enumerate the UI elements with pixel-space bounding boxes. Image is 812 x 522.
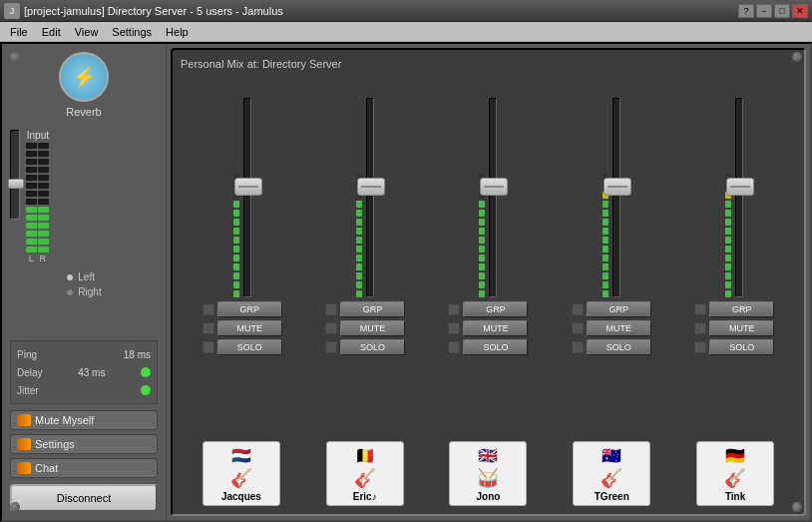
mute-button-1[interactable]: MUTE bbox=[217, 320, 282, 336]
channel-controls-1: GRP MUTE SOLO bbox=[203, 301, 282, 355]
grp-row-1: GRP bbox=[203, 301, 282, 317]
grp-row-5: GRP bbox=[694, 301, 774, 317]
fader-track-1[interactable] bbox=[243, 98, 251, 297]
fader-handle-4[interactable] bbox=[604, 178, 631, 196]
disconnect-label: Disconnect bbox=[57, 492, 111, 504]
right-radio-row: Right bbox=[66, 286, 101, 297]
mute-button-4[interactable]: MUTE bbox=[587, 320, 651, 336]
menu-edit[interactable]: Edit bbox=[36, 24, 67, 40]
settings-button[interactable]: Settings bbox=[10, 434, 158, 454]
mute-myself-button[interactable]: Mute Myself bbox=[10, 410, 158, 430]
mute-indicator-1 bbox=[203, 322, 214, 334]
fader-handle-3[interactable] bbox=[480, 178, 508, 196]
jitter-row: Jitter bbox=[17, 381, 151, 399]
reverb-slider-thumb[interactable] bbox=[8, 179, 24, 189]
maximize-button[interactable]: □ bbox=[774, 4, 790, 18]
mute-button-5[interactable]: MUTE bbox=[709, 320, 774, 336]
solo-row-2: SOLO bbox=[325, 339, 405, 355]
chat-button[interactable]: Chat bbox=[10, 458, 158, 478]
screw-top-left bbox=[10, 52, 20, 62]
menu-file[interactable]: File bbox=[4, 24, 34, 40]
menu-settings[interactable]: Settings bbox=[106, 24, 158, 40]
ch-meter-l-2 bbox=[356, 98, 362, 297]
user-icon-1: 🎸 bbox=[230, 465, 252, 491]
solo-button-5[interactable]: SOLO bbox=[709, 339, 774, 355]
user-card-5[interactable]: 🇩🇪 🎸 Tink bbox=[696, 441, 774, 506]
input-meter-section: Input bbox=[26, 130, 49, 263]
channel-controls-5: GRP MUTE SOLO bbox=[694, 301, 774, 355]
menu-help[interactable]: Help bbox=[160, 24, 195, 40]
title-bar: J [project-jamulus] Directory Server - 5… bbox=[0, 0, 812, 22]
close-button[interactable]: ✕ bbox=[792, 4, 808, 18]
solo-indicator-1 bbox=[203, 341, 214, 353]
solo-button-1[interactable]: SOLO bbox=[217, 339, 282, 355]
solo-row-3: SOLO bbox=[448, 339, 528, 355]
settings-icon bbox=[17, 438, 31, 450]
user-card-4[interactable]: 🇦🇺 🎸 TGreen bbox=[573, 441, 650, 506]
solo-indicator-4 bbox=[572, 341, 584, 353]
solo-button-2[interactable]: SOLO bbox=[340, 339, 405, 355]
user-cards: 🇳🇱 🎸 Jacques 🇧🇪 🎸 Eric♪ 🇬🇧 🥁 Jono 🇦🇺 🎸 T… bbox=[181, 441, 796, 506]
mute-button-3[interactable]: MUTE bbox=[463, 320, 528, 336]
reverb-slider-track[interactable] bbox=[10, 130, 20, 220]
grp-button-5[interactable]: GRP bbox=[709, 301, 774, 317]
channel-strip-5: GRP MUTE SOLO bbox=[694, 78, 774, 435]
delay-label: Delay bbox=[17, 367, 43, 378]
fader-handle-1[interactable] bbox=[234, 178, 262, 196]
user-card-2[interactable]: 🇧🇪 🎸 Eric♪ bbox=[326, 441, 404, 506]
left-radio-dot[interactable] bbox=[66, 273, 74, 281]
user-flag-4: 🇦🇺 bbox=[602, 445, 621, 465]
mute-row-4: MUTE bbox=[572, 320, 651, 336]
channel-controls-4: GRP MUTE SOLO bbox=[572, 301, 651, 355]
mute-row-2: MUTE bbox=[325, 320, 405, 336]
mute-button-2[interactable]: MUTE bbox=[340, 320, 405, 336]
solo-row-1: SOLO bbox=[203, 339, 282, 355]
grp-button-1[interactable]: GRP bbox=[217, 301, 282, 317]
grp-button-3[interactable]: GRP bbox=[463, 301, 528, 317]
left-meter-label: L bbox=[29, 254, 34, 263]
solo-button-3[interactable]: SOLO bbox=[463, 339, 528, 355]
left-radio-label: Left bbox=[78, 271, 95, 282]
ch-meter-l-5 bbox=[725, 98, 731, 297]
user-flag-5: 🇩🇪 bbox=[725, 445, 745, 465]
right-radio-dot[interactable] bbox=[66, 288, 74, 296]
ch-meter-l-1 bbox=[233, 98, 239, 297]
solo-indicator-3 bbox=[448, 341, 460, 353]
fader-track-3[interactable] bbox=[489, 98, 497, 297]
fader-handle-2[interactable] bbox=[357, 178, 385, 196]
fader-track-4[interactable] bbox=[612, 98, 620, 297]
delay-indicator bbox=[141, 367, 151, 377]
fader-section-5 bbox=[694, 78, 774, 297]
ping-value: 18 ms bbox=[124, 349, 151, 360]
main-window: ⚡ Reverb Input bbox=[0, 42, 812, 522]
user-card-1[interactable]: 🇳🇱 🎸 Jacques bbox=[203, 441, 280, 506]
user-icon-3: 🥁 bbox=[477, 465, 499, 491]
screw-top-right bbox=[792, 52, 802, 62]
help-button[interactable]: ? bbox=[738, 4, 754, 18]
user-name-5: Tink bbox=[725, 491, 745, 502]
solo-row-5: SOLO bbox=[694, 339, 774, 355]
grp-button-2[interactable]: GRP bbox=[340, 301, 405, 317]
mute-row-5: MUTE bbox=[694, 320, 774, 336]
minimize-button[interactable]: − bbox=[756, 4, 772, 18]
fader-track-2[interactable] bbox=[366, 98, 374, 297]
menu-bar: File Edit View Settings Help bbox=[0, 22, 812, 42]
disconnect-button[interactable]: Disconnect bbox=[10, 484, 158, 512]
left-radio-row: Left bbox=[66, 271, 101, 282]
fader-handle-5[interactable] bbox=[726, 178, 754, 196]
grp-button-4[interactable]: GRP bbox=[587, 301, 651, 317]
solo-button-4[interactable]: SOLO bbox=[587, 339, 651, 355]
menu-view[interactable]: View bbox=[69, 24, 105, 40]
right-meter-label: R bbox=[40, 254, 47, 263]
reverb-logo: ⚡ bbox=[59, 52, 109, 102]
grp-indicator-4 bbox=[572, 303, 584, 315]
ch-meter-l-3 bbox=[479, 98, 485, 297]
user-card-3[interactable]: 🇬🇧 🥁 Jono bbox=[449, 441, 527, 506]
fader-track-5[interactable] bbox=[735, 98, 743, 297]
delay-value: 43 ms bbox=[78, 367, 105, 378]
solo-row-4: SOLO bbox=[572, 339, 651, 355]
channel-strip-1: GRP MUTE SOLO bbox=[203, 78, 282, 435]
chat-label: Chat bbox=[35, 462, 58, 474]
user-flag-2: 🇧🇪 bbox=[355, 445, 375, 465]
mute-indicator-3 bbox=[448, 322, 460, 334]
